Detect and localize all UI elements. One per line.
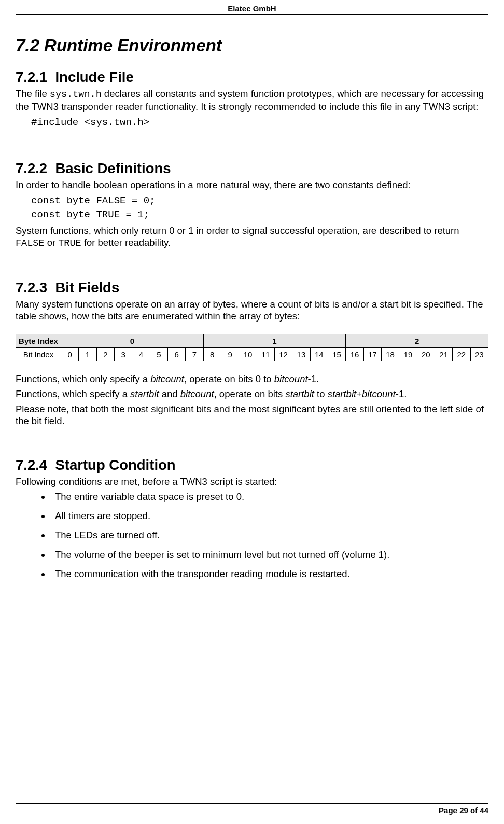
h3-title: Startup Condition	[55, 457, 175, 473]
section-heading-7-2-3: 7.2.3 Bit Fields	[16, 280, 488, 296]
italic-term: startbit	[285, 388, 314, 399]
bit-cell: 4	[132, 347, 150, 361]
bit-cell: 21	[435, 347, 452, 361]
bit-cell: 12	[274, 347, 292, 361]
page: Elatec GmbH 7.2 Runtime Environment 7.2.…	[0, 0, 504, 824]
header-rule	[16, 14, 488, 15]
bit-cell: 18	[381, 347, 399, 361]
italic-term: bitcount	[362, 388, 396, 399]
txt: to	[314, 388, 328, 399]
bit-cell: 19	[399, 347, 417, 361]
bit-index-label: Bit Index	[16, 347, 61, 361]
h3-number: 7.2.3	[16, 280, 47, 296]
header-company: Elatec GmbH	[16, 4, 488, 14]
byte-index-2: 2	[346, 334, 488, 347]
bit-cell: 9	[221, 347, 239, 361]
s3-paragraph-3: Functions, which specify a startbit and …	[16, 388, 488, 400]
italic-term: startbit	[130, 388, 159, 399]
txt: , operate on bits 0 to	[184, 373, 274, 384]
bit-cell: 6	[167, 347, 185, 361]
bit-cell: 22	[453, 347, 470, 361]
s1-code-filename: sys.twn.h	[50, 89, 102, 100]
s3-paragraph-1: Many system functions operate on an arra…	[16, 298, 488, 322]
bit-cell: 20	[417, 347, 435, 361]
bit-cell: 14	[310, 347, 328, 361]
s2-p2-a: System functions, which only return 0 or…	[16, 225, 459, 236]
bit-cell: 3	[114, 347, 132, 361]
s3-paragraph-4: Please note, that both the most signific…	[16, 403, 488, 427]
italic-term: bitcount	[150, 373, 184, 384]
list-item: The entire variable data space is preset…	[51, 491, 488, 502]
h3-title: Basic Definitions	[55, 160, 171, 176]
footer: Page 29 of 44	[16, 803, 488, 815]
bit-cell: 5	[150, 347, 167, 361]
bit-cell: 11	[257, 347, 274, 361]
bit-cell: 8	[203, 347, 221, 361]
italic-term: bitcount	[180, 388, 214, 399]
txt: , operate on bits	[214, 388, 286, 399]
startup-conditions-list: The entire variable data space is preset…	[16, 491, 488, 580]
bit-cell: 15	[328, 347, 345, 361]
s1-code-block: #include <sys.twn.h>	[31, 116, 488, 130]
footer-page-number: Page 29 of 44	[16, 806, 488, 815]
bitfield-table: Byte Index 0 1 2 Bit Index 0 1 2 3 4 5 6…	[16, 334, 488, 361]
bit-cell: 10	[239, 347, 257, 361]
s2-p2-false: FALSE	[16, 238, 45, 249]
italic-term: startbit	[328, 388, 357, 399]
list-item: The LEDs are turned off.	[51, 529, 488, 541]
bit-cell: 23	[470, 347, 488, 361]
s2-p2-c: for better readability.	[81, 237, 171, 248]
list-item: All timers are stopped.	[51, 510, 488, 522]
byte-index-label: Byte Index	[16, 334, 61, 347]
list-item: The communication with the transponder r…	[51, 568, 488, 580]
bit-cell: 0	[61, 347, 79, 361]
s1-paragraph: The file sys.twn.h declares all constant…	[16, 88, 488, 113]
bit-cell: 2	[96, 347, 114, 361]
s3-paragraph-2: Functions, which only specify a bitcount…	[16, 373, 488, 385]
s2-code-line-2: const byte TRUE = 1;	[31, 208, 488, 222]
s2-p2-b: or	[45, 237, 59, 248]
s4-paragraph-1: Following conditions are met, before a T…	[16, 476, 488, 487]
txt: Functions, which only specify a	[16, 373, 150, 384]
byte-index-0: 0	[61, 334, 204, 347]
section-heading-7-2-1: 7.2.1 Include File	[16, 69, 488, 86]
section-heading-7-2: 7.2 Runtime Environment	[16, 36, 488, 55]
bit-cell: 16	[346, 347, 363, 361]
txt: Functions, which specify a	[16, 388, 130, 399]
s2-p2-true: TRUE	[58, 238, 81, 249]
h2-title: Runtime Environment	[44, 36, 222, 55]
s2-paragraph-1: In order to handle boolean operations in…	[16, 179, 488, 191]
section-heading-7-2-4: 7.2.4 Startup Condition	[16, 457, 488, 473]
italic-term: bitcount	[274, 373, 308, 384]
h3-number: 7.2.4	[16, 457, 47, 473]
s2-code-line-1: const byte FALSE = 0;	[31, 194, 488, 208]
txt: and	[159, 388, 180, 399]
table-row: Byte Index 0 1 2	[16, 334, 488, 347]
s2-paragraph-2: System functions, which only return 0 or…	[16, 225, 488, 249]
h3-title: Include File	[55, 69, 133, 85]
bit-cell: 1	[79, 347, 96, 361]
txt: -1.	[308, 373, 319, 384]
table-row: Bit Index 0 1 2 3 4 5 6 7 8 9 10 11 12 1…	[16, 347, 488, 361]
byte-index-1: 1	[203, 334, 346, 347]
txt: +	[356, 388, 362, 399]
section-heading-7-2-2: 7.2.2 Basic Definitions	[16, 160, 488, 177]
h3-title: Bit Fields	[55, 280, 119, 296]
bit-cell: 13	[292, 347, 310, 361]
h2-number: 7.2	[16, 36, 39, 55]
h3-number: 7.2.1	[16, 69, 47, 85]
bit-cell: 17	[363, 347, 381, 361]
s1-text-pre: The file	[16, 88, 50, 99]
bit-cell: 7	[186, 347, 203, 361]
list-item: The volume of the beeper is set to minim…	[51, 549, 488, 561]
txt: -1.	[396, 388, 407, 399]
footer-rule	[16, 803, 488, 804]
h3-number: 7.2.2	[16, 160, 47, 176]
